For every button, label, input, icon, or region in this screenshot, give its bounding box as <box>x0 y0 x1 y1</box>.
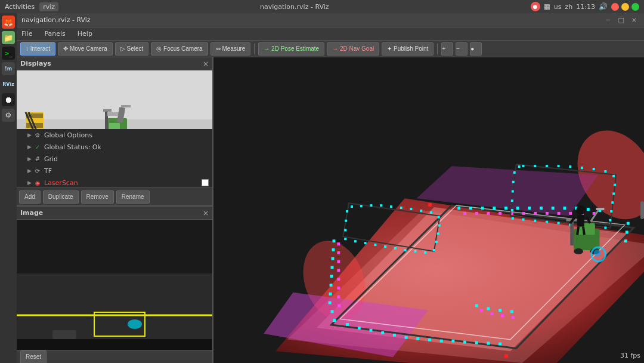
reset-button[interactable]: Reset <box>20 350 47 364</box>
svg-rect-53 <box>428 339 431 342</box>
image-close[interactable]: × <box>203 209 209 217</box>
svg-rect-61 <box>626 230 628 233</box>
arrow-tf: ▶ <box>27 168 33 174</box>
tree-item-laserscan[interactable]: ▶ ◉ LaserScan <box>17 177 212 187</box>
add-button[interactable]: Add <box>19 190 41 204</box>
system-bar: Activities rviz navigation.rviz - RViz ●… <box>0 0 644 13</box>
svg-rect-12 <box>103 109 112 112</box>
svg-rect-21 <box>17 220 212 273</box>
reset-bar: Reset <box>17 350 212 363</box>
scroll-handle[interactable] <box>640 201 644 219</box>
close-btn[interactable] <box>611 3 619 11</box>
focus-camera-button[interactable]: ◎ Focus Camera <box>151 42 208 56</box>
tree-item-global-options[interactable]: ▶ ⚙ Global Options <box>17 129 212 141</box>
icon-laserscan: ◉ <box>33 179 42 187</box>
window-title-system: navigation.rviz - RViz <box>260 3 329 11</box>
rviz-window: navigation.rviz - RViz − □ × File Panels… <box>17 13 644 363</box>
move-camera-button[interactable]: ✥ Move Camera <box>58 42 113 56</box>
obs-icon[interactable]: ⏺ <box>2 93 15 106</box>
svg-rect-135 <box>512 181 515 183</box>
svg-rect-111 <box>522 219 525 221</box>
svg-rect-90 <box>487 212 490 215</box>
titlebar-close[interactable]: × <box>629 16 639 24</box>
svg-rect-137 <box>511 199 513 202</box>
zoom-in-button[interactable]: + <box>441 42 453 56</box>
svg-rect-142 <box>364 242 367 244</box>
svg-rect-161 <box>360 205 363 207</box>
svg-rect-163 <box>346 210 348 213</box>
measure-button[interactable]: ⇔ Measure <box>210 42 251 56</box>
menu-panels[interactable]: Panels <box>42 29 67 39</box>
rviz2-dock-icon[interactable]: RViz <box>2 78 15 91</box>
svg-rect-70 <box>516 207 519 210</box>
checkbox-laserscan[interactable] <box>202 179 209 186</box>
files-icon[interactable]: 📁 <box>2 31 15 44</box>
activities-label[interactable]: Activities <box>5 3 35 11</box>
nav-goal-button[interactable]: → 2D Nav Goal <box>327 42 379 56</box>
pose-estimate-button[interactable]: → 2D Pose Estimate <box>258 42 324 56</box>
display-tree[interactable]: ▶ ⚙ Global Options ▶ ✓ Global Status: Ok… <box>17 129 212 187</box>
maximize-btn[interactable] <box>631 3 639 11</box>
menu-help[interactable]: Help <box>75 29 95 39</box>
svg-rect-76 <box>475 304 478 307</box>
svg-rect-130 <box>546 165 548 167</box>
svg-rect-105 <box>504 354 508 358</box>
speaker-icon: 🔊 <box>599 2 608 11</box>
rviz-taskbar[interactable]: rviz <box>39 2 58 11</box>
duplicate-button[interactable]: Duplicate <box>43 190 79 204</box>
svg-rect-88 <box>463 212 466 215</box>
svg-rect-122 <box>612 192 615 195</box>
interact-button[interactable]: ↕ Interact <box>20 42 55 56</box>
svg-point-170 <box>574 248 583 254</box>
select-button[interactable]: ▷ Select <box>115 42 149 56</box>
rename-button[interactable]: Rename <box>116 190 150 204</box>
image-view <box>17 220 212 350</box>
displays-close[interactable]: × <box>203 60 209 68</box>
minimize-btn[interactable] <box>621 3 629 11</box>
svg-rect-104 <box>428 203 432 207</box>
svg-rect-159 <box>380 204 382 207</box>
titlebar-minimize[interactable]: − <box>603 16 613 24</box>
menu-file[interactable]: File <box>19 29 35 39</box>
fps-counter: 31 fps <box>620 352 640 359</box>
svg-rect-120 <box>610 210 612 213</box>
settings-icon[interactable]: ⚙ <box>2 109 15 122</box>
toolbar: ↕ Interact ✥ Move Camera ▷ Select ◎ Focu… <box>17 41 644 57</box>
svg-rect-126 <box>593 168 595 170</box>
content-area: Displays × <box>17 57 644 363</box>
remove-button[interactable]: Remove <box>81 190 114 204</box>
svg-rect-64 <box>587 208 590 211</box>
svg-rect-82 <box>337 260 340 263</box>
publish-point-button[interactable]: ✦ Publish Point <box>382 42 434 56</box>
zoom-dot-button[interactable]: ● <box>470 42 482 56</box>
svg-rect-52 <box>416 337 419 340</box>
svg-rect-87 <box>338 304 340 307</box>
svg-rect-113 <box>546 221 548 223</box>
svg-rect-149 <box>433 249 435 251</box>
svg-rect-85 <box>337 287 340 290</box>
firefox-icon[interactable]: 🦊 <box>2 16 15 29</box>
svg-rect-147 <box>414 250 416 253</box>
tree-item-tf[interactable]: ▶ ⟳ TF <box>17 165 212 177</box>
label-grid: Grid <box>44 155 209 163</box>
image-panel: Image × <box>17 207 212 350</box>
rviz-dock-icon[interactable]: !m <box>2 62 15 75</box>
svg-rect-67 <box>552 207 555 210</box>
system-flags: us <box>554 3 562 11</box>
camera-view <box>17 70 212 129</box>
svg-rect-62 <box>624 239 627 242</box>
svg-rect-69 <box>528 207 531 210</box>
terminal-icon[interactable]: >_ <box>2 47 15 60</box>
zoom-out-button[interactable]: − <box>456 42 467 56</box>
svg-rect-39 <box>331 266 334 269</box>
titlebar-maximize[interactable]: □ <box>615 16 626 24</box>
icon-tf: ⟳ <box>33 167 42 175</box>
svg-rect-43 <box>329 302 332 304</box>
tree-item-grid[interactable]: ▶ # Grid <box>17 153 212 165</box>
svg-point-174 <box>576 205 586 215</box>
svg-rect-151 <box>437 232 439 235</box>
svg-rect-40 <box>330 275 333 278</box>
viewport-3d[interactable]: 31 fps <box>213 57 644 363</box>
svg-rect-164 <box>345 220 347 222</box>
tree-item-global-status[interactable]: ▶ ✓ Global Status: Ok <box>17 141 212 153</box>
